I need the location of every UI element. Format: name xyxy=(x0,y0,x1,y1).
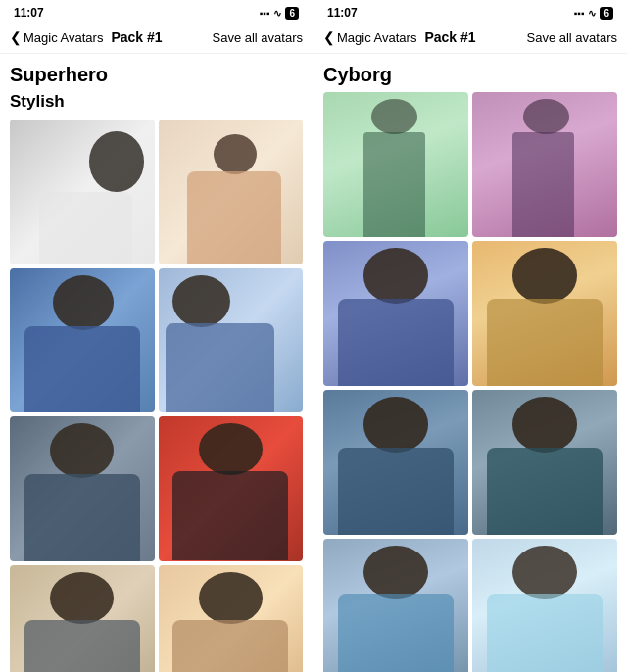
right-status-time: 11:07 xyxy=(327,6,358,20)
wifi-icon: ∿ xyxy=(273,8,281,19)
left-status-icons: ▪▪▪ ∿ 6 xyxy=(260,7,299,20)
right-bottom-row xyxy=(323,539,617,672)
right-bottom-image-2[interactable] xyxy=(472,539,617,672)
right-image-5[interactable] xyxy=(323,390,468,535)
left-image-grid-3 xyxy=(10,416,303,561)
left-bottom-row xyxy=(10,565,303,673)
right-image-1[interactable] xyxy=(323,92,468,237)
left-image-grid-1 xyxy=(10,120,303,264)
right-image-2[interactable] xyxy=(472,92,617,237)
right-image-grid-2 xyxy=(323,241,617,386)
right-phone-panel: 11:07 ▪▪▪ ∿ 6 Magic Avatars Pack #1 Save… xyxy=(314,0,627,672)
left-image-grid-2 xyxy=(10,268,303,413)
left-bottom-image-1[interactable] xyxy=(10,565,155,673)
left-image-6[interactable] xyxy=(159,416,304,561)
left-status-bar: 11:07 ▪▪▪ ∿ 6 xyxy=(0,0,313,24)
left-nav-back[interactable]: Magic Avatars xyxy=(10,29,103,45)
right-battery-icon: 6 xyxy=(600,7,613,20)
left-image-4[interactable] xyxy=(159,268,304,413)
right-bottom-image-1[interactable] xyxy=(323,539,468,672)
right-save-action[interactable]: Save all avatars xyxy=(527,30,618,45)
right-status-icons: ▪▪▪ ∿ 6 xyxy=(574,7,613,20)
right-image-6[interactable] xyxy=(472,390,617,535)
left-subsection-title: Stylish xyxy=(10,92,303,112)
right-image-grid-3 xyxy=(323,390,617,535)
left-image-2[interactable] xyxy=(159,120,304,264)
left-phone-panel: 11:07 ▪▪▪ ∿ 6 Magic Avatars Pack #1 Save… xyxy=(0,0,314,672)
right-image-3[interactable] xyxy=(323,241,468,386)
right-back-label: Magic Avatars xyxy=(337,30,416,45)
left-bottom-image-2[interactable] xyxy=(159,565,304,673)
left-section-title: Superhero xyxy=(10,64,303,86)
right-section-title: Cyborg xyxy=(323,64,617,86)
left-nav-bar: Magic Avatars Pack #1 Save all avatars xyxy=(0,24,313,54)
left-status-time: 11:07 xyxy=(14,6,44,20)
left-save-action[interactable]: Save all avatars xyxy=(213,30,304,45)
right-nav-pack: Pack #1 xyxy=(424,29,475,45)
right-image-grid-1 xyxy=(323,92,617,237)
right-image-4[interactable] xyxy=(472,241,617,386)
left-nav-pack: Pack #1 xyxy=(111,29,162,45)
right-signal-icon: ▪▪▪ xyxy=(574,8,585,19)
right-nav-back[interactable]: Magic Avatars xyxy=(323,29,416,45)
battery-icon: 6 xyxy=(285,7,299,20)
left-image-3[interactable] xyxy=(10,268,155,413)
signal-icon: ▪▪▪ xyxy=(260,8,270,19)
left-scroll-content: Superhero Stylish xyxy=(0,54,313,672)
right-scroll-content: Cyborg xyxy=(314,54,627,672)
left-back-label: Magic Avatars xyxy=(24,30,103,45)
right-wifi-icon: ∿ xyxy=(588,8,596,19)
right-nav-bar: Magic Avatars Pack #1 Save all avatars xyxy=(314,24,627,54)
left-image-1[interactable] xyxy=(10,120,155,264)
left-image-5[interactable] xyxy=(10,416,155,561)
right-status-bar: 11:07 ▪▪▪ ∿ 6 xyxy=(314,0,627,24)
